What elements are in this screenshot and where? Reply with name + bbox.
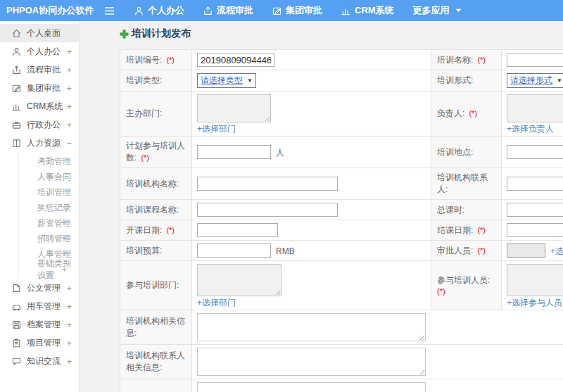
- sidebar-item-vehicle-mgmt[interactable]: 用车管理+: [0, 297, 79, 315]
- form-row-planned-participants: 计划参与培训人数: (*)人培训地点:: [120, 137, 563, 168]
- training-name-input[interactable]: [507, 53, 563, 67]
- topnav-crm-system[interactable]: CRM系统: [341, 4, 394, 17]
- participating-depts-textarea[interactable]: [197, 264, 282, 296]
- edit-icon: [272, 6, 282, 15]
- training-form-field-cell: 请选择形式▼: [502, 70, 563, 91]
- sidebar-item-archive-mgmt[interactable]: 档案管理+: [0, 315, 79, 334]
- book-icon: [12, 139, 21, 148]
- sidebar-item-knowledge-exchange[interactable]: 知识交流+: [0, 352, 79, 370]
- org-contact-info-textarea[interactable]: [197, 348, 426, 376]
- planned-participants-input[interactable]: [197, 145, 271, 159]
- course-name-field-cell: [192, 200, 431, 220]
- training-no-input[interactable]: [197, 53, 274, 67]
- expander-plus-icon[interactable]: +: [62, 265, 67, 274]
- host-dept-textarea[interactable]: [197, 94, 271, 122]
- leader-select-link[interactable]: +选择负责人: [507, 124, 554, 134]
- resize-grip-icon: [263, 115, 270, 121]
- expander-plus-icon[interactable]: +: [66, 120, 72, 129]
- topnav-workflow-approval[interactable]: 流程审批: [203, 4, 253, 17]
- course-name-input[interactable]: [197, 203, 338, 217]
- participants-select-link[interactable]: +选择参与人员: [507, 298, 562, 308]
- sidebar-subitem-salary-mgmt[interactable]: 薪资管理+: [18, 215, 79, 231]
- required-marker: (*): [164, 226, 175, 234]
- approver-input[interactable]: [507, 244, 545, 258]
- total-hours-input[interactable]: [507, 203, 563, 217]
- expander-plus-icon[interactable]: +: [66, 284, 72, 293]
- sidebar-subitem-hr-contract[interactable]: 人事合同: [18, 169, 79, 184]
- expander-plus-icon[interactable]: +: [66, 47, 72, 56]
- expander-plus-icon[interactable]: +: [66, 65, 72, 75]
- org-info-field-cell: [192, 310, 563, 345]
- org-contact-input[interactable]: [507, 177, 563, 191]
- training-requirements-textarea[interactable]: [197, 382, 426, 392]
- training-no-field-cell: [192, 50, 431, 70]
- required-marker: (*): [139, 153, 149, 162]
- page-title: 培训计划发布: [120, 27, 563, 40]
- org-name-input[interactable]: [197, 177, 338, 191]
- topnav-more-apps[interactable]: 更多应用: [413, 4, 462, 17]
- org-info-label: 培训机构相关信息:: [120, 310, 192, 345]
- budget-unit: RMB: [276, 246, 295, 256]
- expander-plus-icon[interactable]: +: [66, 102, 72, 111]
- training-form-select[interactable]: 请选择形式▼: [507, 73, 563, 88]
- form-body: 培训编号: (*)培训名称: (*)培训类型:请选择类型▼培训形式:请选择形式▼…: [120, 50, 563, 392]
- person-icon: [12, 47, 21, 56]
- resize-grip-icon: [418, 368, 424, 374]
- flow-icon: [12, 65, 21, 75]
- required-marker: (*): [437, 287, 445, 296]
- approver-select-link[interactable]: +选择审批人员: [550, 246, 563, 256]
- expander-plus-icon[interactable]: +: [66, 357, 72, 366]
- sidebar-item-crm-system[interactable]: CRM系统+: [0, 97, 79, 115]
- sidebar-item-personal-office[interactable]: 个人办公+: [0, 42, 79, 61]
- home-icon: [12, 29, 21, 38]
- participants-textarea[interactable]: [507, 264, 563, 296]
- sidebar-subitem-recruitment-mgmt[interactable]: 招聘管理+: [18, 231, 79, 246]
- start-date-input[interactable]: [197, 223, 278, 237]
- project-icon: [12, 339, 21, 348]
- expander-plus-icon[interactable]: +: [66, 302, 72, 311]
- training-location-label: 培训地点:: [431, 137, 502, 168]
- expander-plus-icon[interactable]: +: [62, 234, 67, 243]
- host-dept-select-link[interactable]: +选择部门: [197, 124, 236, 134]
- sidebar-subitem-reward-punish-record[interactable]: 奖惩记录: [18, 200, 79, 215]
- sidebar-item-admin-office[interactable]: 行政办公+: [0, 115, 79, 134]
- course-name-label: 培训课程名称:: [120, 200, 192, 220]
- sidebar-item-human-resources[interactable]: 人力资源−: [0, 134, 79, 152]
- participating-depts-select-link[interactable]: +选择部门: [197, 298, 236, 308]
- required-marker: (*): [467, 109, 477, 118]
- participants-field-cell: +选择参与人员: [502, 261, 563, 310]
- sidebar-item-personal-desktop[interactable]: 个人桌面: [0, 24, 79, 42]
- hamburger-menu-icon[interactable]: [104, 6, 115, 15]
- training-name-field-cell: [502, 50, 563, 70]
- sidebar-subitem-base-category-settings[interactable]: 基础类别设置+: [18, 262, 79, 277]
- training-requirements-field-cell: [192, 379, 563, 392]
- org-contact-info-label: 培训机构联系人相关信息:: [120, 345, 192, 379]
- expander-minus-icon[interactable]: −: [66, 139, 72, 148]
- topnav-personal-office[interactable]: 个人办公: [134, 4, 184, 17]
- form-row-start-date: 开课日期: (*)结课日期: (*): [120, 220, 563, 241]
- org-info-textarea[interactable]: [197, 313, 426, 341]
- sidebar-item-document-mgmt[interactable]: 公文管理+: [0, 279, 79, 297]
- add-plus-icon: [120, 30, 129, 39]
- sidebar-subitem-attendance-mgmt[interactable]: 考勤管理: [18, 153, 79, 169]
- participating-depts-label: 参与培训部门:: [120, 261, 192, 310]
- budget-input[interactable]: [197, 244, 271, 258]
- expander-plus-icon[interactable]: +: [62, 219, 67, 227]
- sidebar-item-project-mgmt[interactable]: 项目管理+: [0, 334, 79, 352]
- training-type-field-cell: 请选择类型▼: [192, 70, 431, 91]
- leader-textarea[interactable]: [507, 94, 563, 122]
- sidebar-item-group-approval[interactable]: 集团审批+: [0, 79, 79, 97]
- training-type-select[interactable]: 请选择类型▼: [197, 73, 256, 88]
- end-date-input[interactable]: [507, 223, 563, 237]
- expander-plus-icon[interactable]: +: [66, 84, 72, 93]
- expander-plus-icon[interactable]: +: [66, 320, 72, 329]
- topnav-group-approval[interactable]: 集团审批: [272, 4, 322, 17]
- sidebar-item-workflow-approval[interactable]: 流程审批+: [0, 61, 79, 79]
- required-marker: (*): [475, 246, 486, 255]
- topbar-nav: 个人办公流程审批集团审批CRM系统更多应用: [134, 4, 462, 17]
- chart-icon: [12, 102, 21, 111]
- sidebar-subitem-training-mgmt[interactable]: 培训管理: [18, 184, 79, 200]
- training-location-input[interactable]: [507, 145, 563, 159]
- expander-plus-icon[interactable]: +: [66, 339, 72, 348]
- training-location-field-cell: [502, 137, 563, 168]
